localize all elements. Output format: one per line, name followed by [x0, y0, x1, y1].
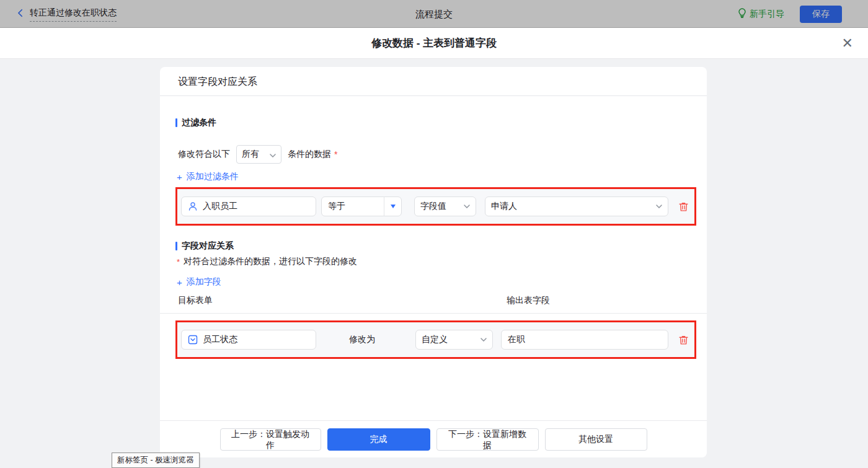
value-mode-select[interactable]: 自定义 — [415, 330, 493, 350]
match-suffix-label: 条件的数据 — [288, 149, 331, 160]
dialog-title: 修改数据 - 主表到普通字段 — [0, 28, 868, 59]
filter-condition-row: 入职员工 等于 字段值 申请人 — [175, 187, 696, 226]
operator-select[interactable]: 等于 — [321, 196, 402, 216]
field-mapping-row: 员工状态 修改为 自定义 在职 — [175, 320, 696, 359]
dialog-header: 修改数据 - 主表到普通字段 ✕ — [0, 28, 868, 59]
add-filter-condition-link[interactable]: + 添加过滤条件 — [177, 171, 239, 182]
card-header-title: 设置字段对应关系 — [160, 67, 707, 96]
dialog-body: 设置字段对应关系 过滤条件 修改符合以下 所有 条件的数据 * + 添加过滤条件 — [0, 59, 868, 468]
operator-dropdown-button[interactable] — [384, 196, 401, 216]
table-header-divider — [160, 313, 707, 314]
member-field-icon — [188, 201, 198, 211]
top-navigation-bar: 转正通过修改在职状态 流程提交 新手引导 保存 — [0, 0, 868, 28]
select-field-icon — [188, 335, 198, 345]
plus-icon: + — [177, 278, 182, 287]
mapping-desc-line: * 对符合过滤条件的数据，进行以下字段的修改 — [177, 256, 357, 267]
mapping-desc-text: 对符合过滤条件的数据，进行以下字段的修改 — [184, 256, 357, 267]
footer-divider — [160, 420, 707, 421]
prev-step-button[interactable]: 上一步：设置触发动作 — [220, 428, 321, 451]
filter-section-title: 过滤条件 — [175, 117, 216, 128]
required-asterisk: * — [177, 257, 180, 267]
column-header-target-form: 目标表单 — [178, 295, 213, 306]
match-prefix-label: 修改符合以下 — [178, 149, 230, 160]
chevron-down-icon — [270, 149, 276, 159]
match-type-select[interactable]: 所有 — [236, 145, 281, 164]
done-button[interactable]: 完成 — [327, 428, 430, 451]
delete-condition-button[interactable] — [678, 201, 689, 212]
compare-value-select[interactable]: 申请人 — [485, 196, 668, 216]
chevron-down-icon — [656, 205, 662, 208]
modify-to-label: 修改为 — [349, 334, 379, 345]
section-bar-icon — [175, 118, 177, 127]
browser-tab-tooltip: 新标签页 - 极速浏览器 — [112, 453, 200, 468]
add-field-link[interactable]: + 添加字段 — [177, 276, 221, 288]
required-asterisk: * — [334, 149, 337, 159]
filter-match-line: 修改符合以下 所有 条件的数据 * — [178, 144, 337, 164]
target-field-input[interactable]: 员工状态 — [181, 330, 316, 350]
next-step-button[interactable]: 下一步：设置新增数据 — [436, 428, 539, 451]
custom-value-input[interactable]: 在职 — [501, 330, 668, 350]
value-type-select[interactable]: 字段值 — [414, 196, 476, 216]
settings-card: 设置字段对应关系 过滤条件 修改符合以下 所有 条件的数据 * + 添加过滤条件 — [160, 67, 707, 457]
mapping-section-title: 字段对应关系 — [175, 241, 234, 252]
filter-field-input[interactable]: 入职员工 — [181, 196, 316, 216]
section-bar-icon — [175, 242, 177, 250]
chevron-down-icon — [464, 205, 470, 208]
save-button[interactable]: 保存 — [800, 6, 842, 23]
delete-mapping-button[interactable] — [678, 335, 689, 345]
beginner-guide-button[interactable]: 新手引导 — [738, 0, 784, 28]
plus-icon: + — [177, 172, 182, 182]
close-icon[interactable]: ✕ — [842, 28, 853, 59]
lightbulb-icon — [738, 8, 746, 20]
other-settings-button[interactable]: 其他设置 — [545, 428, 647, 451]
caret-down-icon — [391, 205, 396, 208]
beginner-guide-label: 新手引导 — [750, 9, 784, 20]
chevron-down-icon — [480, 338, 487, 342]
footer-buttons: 上一步：设置触发动作 完成 下一步：设置新增数据 其他设置 — [160, 428, 707, 451]
column-header-output-field: 输出表字段 — [507, 295, 550, 306]
